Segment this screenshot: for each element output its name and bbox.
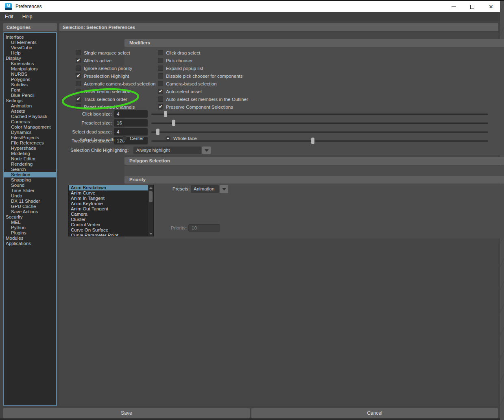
checked-checkbox-icon[interactable] bbox=[76, 73, 81, 79]
sidebar-item-files-projects[interactable]: Files/Projects bbox=[4, 135, 56, 140]
sidebar-item-mel[interactable]: MEL bbox=[4, 220, 56, 225]
unchecked-checkbox-icon[interactable] bbox=[158, 66, 163, 71]
sidebar-item-dynamics[interactable]: Dynamics bbox=[4, 130, 56, 135]
sidebar-item-blue-pencil[interactable]: Blue Pencil bbox=[4, 93, 56, 98]
slider[interactable] bbox=[151, 110, 488, 118]
maximize-button[interactable] bbox=[465, 1, 479, 12]
unchecked-checkbox-icon[interactable] bbox=[76, 81, 81, 86]
sidebar-item-polygons[interactable]: Polygons bbox=[4, 77, 56, 82]
sidebar-item-color-management[interactable]: Color Management bbox=[4, 125, 56, 130]
sidebar-item-kinematics[interactable]: Kinematics bbox=[4, 61, 56, 66]
slider[interactable] bbox=[151, 137, 488, 144]
slider-value-field[interactable]: 4 bbox=[114, 128, 148, 136]
sidebar-item-rendering[interactable]: Rendering bbox=[4, 162, 56, 167]
sidebar-item-modules[interactable]: Modules bbox=[4, 236, 56, 241]
scrollbar-thumb[interactable] bbox=[149, 191, 153, 202]
radio-option[interactable]: Whole face bbox=[166, 136, 197, 141]
slider-handle[interactable] bbox=[156, 129, 159, 135]
slider-track[interactable] bbox=[151, 131, 488, 133]
selected-radio-icon[interactable] bbox=[166, 136, 170, 141]
checked-checkbox-icon[interactable] bbox=[76, 96, 81, 102]
sidebar-item-python[interactable]: Python bbox=[4, 225, 56, 230]
checked-checkbox-icon[interactable] bbox=[76, 58, 81, 63]
slider[interactable] bbox=[151, 128, 488, 136]
sidebar-item-search[interactable]: Search bbox=[4, 167, 56, 172]
sidebar-item-plugins[interactable]: Plugins bbox=[4, 230, 56, 236]
list-item[interactable]: Camera bbox=[69, 212, 148, 217]
minimize-button[interactable] bbox=[447, 1, 460, 12]
unchecked-checkbox-icon[interactable] bbox=[158, 81, 163, 86]
list-item[interactable]: Anim Breakdown bbox=[69, 185, 148, 190]
sidebar-item-hypershade[interactable]: Hypershade bbox=[4, 146, 56, 151]
sidebar-item-time-slider[interactable]: Time Slider bbox=[4, 188, 56, 193]
chevron-down-icon[interactable] bbox=[202, 147, 211, 154]
close-button[interactable]: ✕ bbox=[484, 1, 498, 12]
save-button[interactable]: Save bbox=[3, 408, 250, 418]
list-item[interactable]: Anim Keyframe bbox=[69, 201, 148, 206]
sidebar-item-assets[interactable]: Assets bbox=[4, 109, 56, 114]
checked-checkbox-icon[interactable] bbox=[158, 89, 163, 94]
sidebar-item-applications[interactable]: Applications bbox=[4, 241, 56, 246]
radio-option[interactable]: Center bbox=[122, 136, 144, 141]
sidebar-item-save-actions[interactable]: Save Actions bbox=[4, 209, 56, 214]
cancel-button[interactable]: Cancel bbox=[251, 408, 498, 418]
sidebar-item-settings[interactable]: Settings bbox=[4, 98, 56, 103]
sidebar-item-ui-elements[interactable]: UI Elements bbox=[4, 40, 56, 45]
categories-list[interactable]: InterfaceUI ElementsViewCubeHelpDisplayK… bbox=[3, 32, 57, 406]
checked-checkbox-icon[interactable] bbox=[158, 104, 163, 109]
sidebar-item-security[interactable]: Security bbox=[4, 214, 56, 220]
slider[interactable] bbox=[151, 119, 488, 127]
list-item[interactable]: Curve Parameter Point bbox=[69, 233, 148, 236]
chevron-down-icon[interactable] bbox=[220, 185, 228, 193]
sidebar-item-sound[interactable]: Sound bbox=[4, 183, 56, 188]
unchecked-checkbox-icon[interactable] bbox=[158, 96, 163, 102]
sidebar-item-gpu-cache[interactable]: GPU Cache bbox=[4, 204, 56, 209]
sidebar-item-snapping[interactable]: Snapping bbox=[4, 177, 56, 183]
menu-edit[interactable]: Edit bbox=[5, 14, 13, 20]
unchecked-checkbox-icon[interactable] bbox=[158, 58, 163, 63]
sidebar-item-file-references[interactable]: File References bbox=[4, 140, 56, 146]
unselected-radio-icon[interactable] bbox=[122, 136, 127, 141]
list-item[interactable]: Anim Curve bbox=[69, 190, 148, 196]
list-item[interactable]: Anim In Tangent bbox=[69, 196, 148, 201]
slider-track[interactable] bbox=[151, 122, 488, 124]
sidebar-item-viewcube[interactable]: ViewCube bbox=[4, 45, 56, 50]
presets-dropdown[interactable]: Animation bbox=[191, 185, 228, 193]
unchecked-checkbox-icon[interactable] bbox=[76, 104, 81, 109]
sidebar-item-cameras[interactable]: Cameras bbox=[4, 119, 56, 125]
list-item[interactable]: Control Vertex bbox=[69, 222, 148, 228]
scroll-up-icon[interactable] bbox=[148, 185, 153, 190]
unchecked-checkbox-icon[interactable] bbox=[76, 66, 81, 71]
slider-track[interactable] bbox=[151, 140, 488, 142]
slider-handle[interactable] bbox=[164, 111, 167, 117]
slider-track[interactable] bbox=[151, 114, 488, 115]
sidebar-item-dx-11-shader[interactable]: DX 11 Shader bbox=[4, 199, 56, 204]
unchecked-checkbox-icon[interactable] bbox=[158, 73, 163, 79]
child-highlighting-dropdown[interactable]: Always highlight bbox=[133, 147, 211, 154]
sidebar-item-interface[interactable]: Interface bbox=[4, 35, 56, 40]
sidebar-item-animation[interactable]: Animation bbox=[4, 103, 56, 109]
list-item[interactable]: Anim Out Tangent bbox=[69, 206, 148, 212]
sidebar-item-selection[interactable]: Selection bbox=[4, 172, 56, 177]
slider-handle[interactable] bbox=[172, 120, 175, 126]
slider-value-field[interactable]: 4 bbox=[114, 110, 148, 118]
list-item[interactable]: Curve On Surface bbox=[69, 228, 148, 233]
list-item[interactable]: Cluster bbox=[69, 217, 148, 222]
priority-list-scrollbar[interactable] bbox=[148, 185, 153, 236]
sidebar-item-help[interactable]: Help bbox=[4, 50, 56, 56]
slider-value-field[interactable]: 16 bbox=[114, 119, 148, 127]
sidebar-item-undo[interactable]: Undo bbox=[4, 193, 56, 199]
slider-handle[interactable] bbox=[311, 138, 314, 144]
sidebar-item-modeling[interactable]: Modeling bbox=[4, 151, 56, 156]
unchecked-checkbox-icon[interactable] bbox=[76, 50, 81, 55]
unchecked-checkbox-icon[interactable] bbox=[158, 50, 163, 55]
sidebar-item-font[interactable]: Font bbox=[4, 88, 56, 93]
sidebar-item-node-editor[interactable]: Node Editor bbox=[4, 156, 56, 162]
sidebar-item-manipulators[interactable]: Manipulators bbox=[4, 66, 56, 72]
unchecked-checkbox-icon[interactable] bbox=[76, 89, 81, 94]
menu-help[interactable]: Help bbox=[22, 14, 33, 20]
sidebar-item-subdivs[interactable]: Subdivs bbox=[4, 82, 56, 88]
sidebar-item-display[interactable]: Display bbox=[4, 56, 56, 61]
priority-list[interactable]: Anim BreakdownAnim CurveAnim In TangentA… bbox=[68, 185, 154, 236]
sidebar-item-nurbs[interactable]: NURBS bbox=[4, 72, 56, 77]
